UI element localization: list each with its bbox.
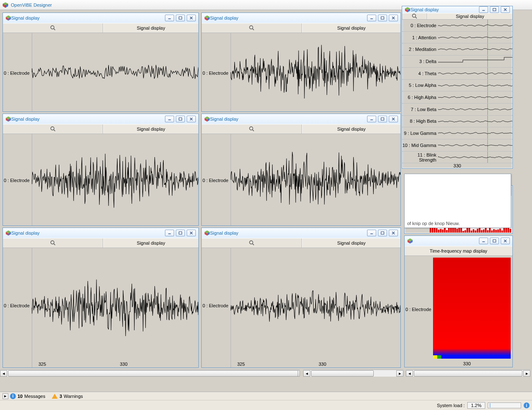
plot-area[interactable]: 0 : Electrode (202, 134, 400, 225)
channel-row[interactable]: 10 : Mid Gamma (402, 139, 512, 152)
channel-label: 0 : Electrode (203, 71, 228, 76)
channel-row[interactable]: 5 : Low Alpha (402, 80, 512, 92)
panel-title-bar[interactable]: Signal display (3, 228, 198, 238)
channel-row[interactable]: 6 : High Alpha (402, 91, 512, 104)
tf-map[interactable]: 0 : Electrode 330 (405, 256, 512, 367)
channel-name: 0 : Electrode (402, 23, 438, 28)
maximize-button[interactable] (378, 116, 387, 122)
scrollbar-h-left[interactable]: ◂ ▸ (0, 370, 300, 377)
close-button[interactable] (187, 15, 196, 21)
svg-rect-89 (440, 229, 442, 233)
panel-title-bar[interactable] (405, 236, 512, 246)
toolbar-label[interactable]: Signal display (427, 13, 512, 19)
panel-title-bar[interactable]: Signal display (3, 13, 198, 23)
zoom-button[interactable] (3, 238, 103, 248)
channel-row[interactable]: 0 : Electrode (402, 20, 512, 32)
tf-map-panel: Time-frequency map display 0 : Electrode… (404, 235, 513, 367)
minimize-button[interactable] (367, 15, 376, 21)
scroll-track[interactable] (7, 370, 293, 377)
scroll-right-button[interactable]: ▸ (396, 370, 403, 377)
svg-point-40 (249, 127, 253, 130)
zoom-button[interactable] (3, 124, 103, 134)
svg-rect-104 (471, 230, 472, 233)
panel-title-bar[interactable]: Signal display (3, 114, 198, 124)
channel-row[interactable]: 3 : Delta (402, 56, 512, 68)
svg-line-21 (252, 29, 254, 30)
toolbar-label[interactable]: Signal display (302, 238, 400, 248)
channel-row[interactable]: 9 : Low Gamma (402, 127, 512, 139)
close-button[interactable] (389, 15, 398, 21)
plot-area[interactable]: 0 : Electrode 325 330 (202, 248, 400, 367)
toolbar-label[interactable]: Signal display (302, 124, 400, 134)
svg-line-11 (53, 29, 55, 30)
maximize-button[interactable] (378, 230, 387, 236)
scroll-left-button[interactable]: ◂ (0, 370, 7, 377)
zoom-button[interactable] (3, 23, 103, 33)
panel-title-bar[interactable]: Signal display (202, 228, 400, 238)
toolbar-label[interactable]: Signal display (103, 124, 198, 134)
maximize-button[interactable] (176, 230, 185, 236)
svg-rect-117 (497, 230, 499, 233)
channel-row[interactable]: 11 : Blink Strength (402, 152, 512, 163)
zoom-button[interactable] (202, 238, 302, 248)
maximize-button[interactable] (490, 238, 499, 244)
scroll-thumb[interactable] (311, 370, 374, 377)
scroll-thumb[interactable] (414, 370, 522, 377)
warnings-count: 3 (59, 394, 62, 399)
scrollbar-h-right[interactable]: ◂ ▸ (406, 370, 530, 377)
panel-title-text: Signal display (11, 15, 40, 20)
svg-rect-17 (381, 17, 384, 19)
toolbar-label[interactable]: Signal display (103, 23, 198, 33)
scroll-right-button[interactable]: ▸ (523, 370, 530, 377)
close-button[interactable] (501, 6, 510, 13)
x-tick: 330 (453, 163, 461, 168)
toolbar-label[interactable]: Time-frequency map display (405, 246, 512, 256)
close-button[interactable] (187, 230, 196, 236)
svg-rect-105 (473, 229, 474, 233)
plot-area[interactable]: 0 : Electrode (202, 33, 400, 111)
channel-row[interactable]: 2 : Meditation (402, 43, 512, 56)
panel-icon (5, 230, 11, 236)
channel-row[interactable]: 1 : Attention (402, 32, 512, 44)
minimize-button[interactable] (367, 230, 376, 236)
plot-area[interactable]: 0 : Electrode (3, 33, 198, 111)
close-button[interactable] (389, 116, 398, 122)
info-icon[interactable]: i (524, 402, 529, 408)
plot-area[interactable]: 0 : Electrode 325 330 (3, 248, 198, 367)
minimize-button[interactable] (479, 238, 488, 244)
svg-rect-47 (179, 232, 182, 234)
zoom-button[interactable] (202, 23, 302, 33)
channel-row[interactable]: 8 : High Beta (402, 116, 512, 128)
zoom-button[interactable] (402, 13, 427, 19)
plot-area[interactable]: 0 : Electrode (3, 134, 198, 225)
scroll-thumb[interactable] (8, 370, 298, 377)
minimize-button[interactable] (479, 6, 488, 13)
maximize-button[interactable] (176, 15, 185, 21)
panel-title-bar[interactable]: Signal display (202, 114, 400, 124)
channel-row[interactable]: 7 : Low Beta (402, 104, 512, 116)
zoom-button[interactable] (202, 124, 302, 134)
maximize-button[interactable] (490, 6, 499, 13)
minimize-button[interactable] (165, 15, 174, 21)
scroll-left-button[interactable]: ◂ (406, 370, 413, 377)
channel-row[interactable]: 4 : Theta (402, 68, 512, 80)
close-button[interactable] (389, 230, 398, 236)
scrollbar-h-mid[interactable]: ◂ ▸ (303, 370, 403, 377)
maximize-button[interactable] (176, 116, 185, 122)
expand-messages-button[interactable]: ▸ (3, 393, 8, 399)
minimize-button[interactable] (165, 116, 174, 122)
panel-title-bar[interactable]: Signal display (402, 6, 512, 13)
svg-rect-37 (381, 118, 384, 120)
maximize-button[interactable] (378, 15, 387, 21)
scroll-track[interactable] (310, 370, 396, 377)
minimize-button[interactable] (165, 230, 174, 236)
toolbar-label[interactable]: Signal display (103, 238, 198, 248)
scroll-track[interactable] (413, 370, 523, 377)
minimize-button[interactable] (367, 116, 376, 122)
close-button[interactable] (187, 116, 196, 122)
toolbar-label[interactable]: Signal display (302, 23, 400, 33)
panel-title-text: Signal display (210, 15, 238, 20)
scroll-left-button[interactable]: ◂ (303, 370, 310, 377)
panel-title-bar[interactable]: Signal display (202, 13, 400, 23)
close-button[interactable] (501, 238, 510, 244)
